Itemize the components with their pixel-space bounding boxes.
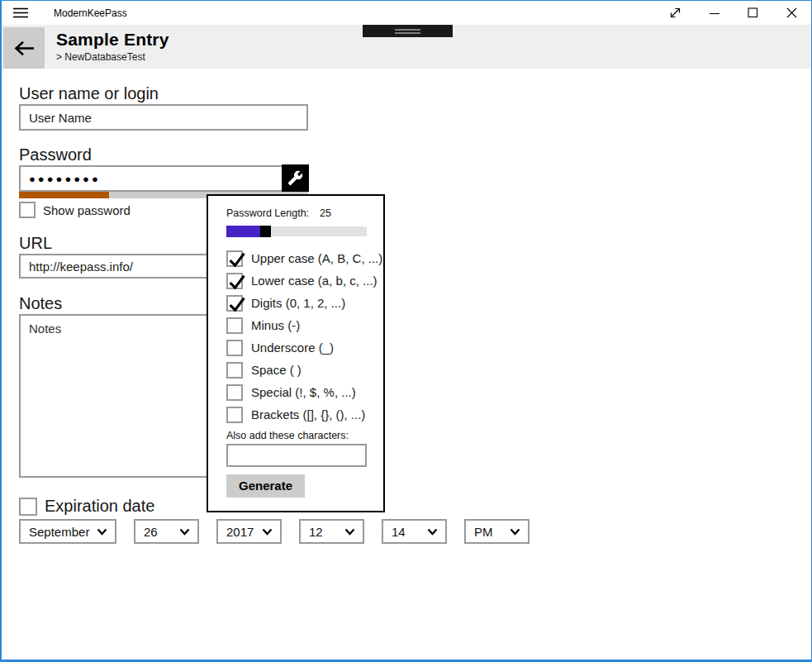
app-window: ModernKeePass xyxy=(0,0,812,662)
ampm-value: PM xyxy=(474,525,493,539)
year-value: 2017 xyxy=(226,525,254,539)
grip-line-icon xyxy=(395,29,420,31)
password-length-slider[interactable] xyxy=(226,226,367,237)
space-label: Space ( ) xyxy=(251,363,302,377)
digits-label: Digits (0, 1, 2, ...) xyxy=(251,296,345,310)
fullscreen-button[interactable] xyxy=(656,1,695,25)
window-controls xyxy=(656,1,811,25)
hamburger-icon xyxy=(13,7,28,18)
minus-label: Minus (-) xyxy=(251,318,300,332)
password-generator-button[interactable] xyxy=(282,164,309,192)
year-dropdown[interactable]: 2017 xyxy=(216,519,282,544)
password-input[interactable] xyxy=(19,165,308,192)
expiration-row[interactable]: Expiration date xyxy=(19,497,811,516)
slider-track xyxy=(271,226,367,236)
username-label: User name or login xyxy=(19,83,811,104)
minute-value: 14 xyxy=(392,525,406,539)
generate-button[interactable]: Generate xyxy=(226,474,305,498)
month-dropdown[interactable]: September xyxy=(19,519,116,544)
close-button[interactable] xyxy=(772,1,811,25)
lowercase-label: Lower case (a, b, c, ...) xyxy=(251,274,378,288)
character-options: Upper case (A, B, C, ...) Lower case (a,… xyxy=(226,247,383,426)
show-password-label: Show password xyxy=(43,203,131,217)
breadcrumb: > NewDatabaseTest xyxy=(56,51,169,63)
back-button[interactable] xyxy=(3,27,45,69)
lowercase-checkbox[interactable] xyxy=(226,273,243,289)
notes-label: Notes xyxy=(19,293,811,314)
checkmark-icon xyxy=(227,250,247,269)
show-password-row[interactable]: Show password xyxy=(19,202,811,218)
brackets-checkbox[interactable] xyxy=(226,407,243,423)
option-digits[interactable]: Digits (0, 1, 2, ...) xyxy=(226,292,383,314)
hour-value: 12 xyxy=(309,525,323,539)
minimize-button[interactable] xyxy=(695,1,734,25)
also-add-label: Also add these characters: xyxy=(226,430,383,441)
checkmark-icon xyxy=(227,294,247,314)
special-label: Special (!, $, %, ...) xyxy=(251,385,356,399)
username-input[interactable] xyxy=(19,104,308,131)
hamburger-menu-button[interactable] xyxy=(2,1,40,25)
close-icon xyxy=(786,7,797,18)
slider-thumb[interactable] xyxy=(260,226,271,237)
password-strength-fill xyxy=(19,192,109,198)
minimize-icon xyxy=(710,8,719,18)
maximize-button[interactable] xyxy=(734,1,772,25)
url-label: URL xyxy=(19,232,811,254)
ampm-dropdown[interactable]: PM xyxy=(464,519,529,544)
option-special[interactable]: Special (!, $, %, ...) xyxy=(226,381,383,403)
expiration-checkbox[interactable] xyxy=(19,498,37,516)
password-length-value: 25 xyxy=(320,207,331,219)
wrench-icon xyxy=(287,170,303,186)
space-checkbox[interactable] xyxy=(226,362,243,379)
option-uppercase[interactable]: Upper case (A, B, C, ...) xyxy=(226,247,383,269)
commandbar-grip[interactable] xyxy=(363,25,453,37)
password-generator-flyout: Password Length: 25 Upper case (A, B, C,… xyxy=(207,194,385,512)
digits-checkbox[interactable] xyxy=(226,295,243,312)
minute-dropdown[interactable]: 14 xyxy=(382,519,447,544)
page-title: Sample Entry xyxy=(56,30,169,50)
chevron-down-icon xyxy=(179,528,190,536)
checkmark-icon xyxy=(227,272,247,292)
chevron-down-icon xyxy=(97,528,107,536)
option-brackets[interactable]: Brackets ([], {}, (), ...) xyxy=(226,403,383,426)
underscore-label: Underscore (_) xyxy=(251,341,334,355)
expiration-label: Expiration date xyxy=(45,497,154,516)
fullscreen-icon xyxy=(668,6,682,20)
day-value: 26 xyxy=(144,525,158,539)
uppercase-checkbox[interactable] xyxy=(226,250,243,267)
chevron-down-icon xyxy=(510,528,520,536)
underscore-checkbox[interactable] xyxy=(226,340,243,356)
minus-checkbox[interactable] xyxy=(226,317,243,334)
app-title: ModernKeePass xyxy=(54,7,127,19)
titlebar: ModernKeePass xyxy=(2,1,811,25)
chevron-down-icon xyxy=(262,528,273,536)
option-minus[interactable]: Minus (-) xyxy=(226,314,383,336)
password-field xyxy=(19,165,308,192)
chevron-down-icon xyxy=(427,528,438,536)
option-lowercase[interactable]: Lower case (a, b, c, ...) xyxy=(226,269,383,292)
expiration-date-pickers: September 26 2017 12 14 PM xyxy=(19,519,811,544)
maximize-icon xyxy=(748,7,758,18)
month-value: September xyxy=(29,525,89,539)
day-dropdown[interactable]: 26 xyxy=(134,519,199,544)
also-add-input[interactable] xyxy=(226,444,367,467)
show-password-checkbox[interactable] xyxy=(19,202,36,218)
hour-dropdown[interactable]: 12 xyxy=(299,519,364,544)
option-underscore[interactable]: Underscore (_) xyxy=(226,336,383,359)
slider-fill xyxy=(226,226,260,237)
option-space[interactable]: Space ( ) xyxy=(226,359,383,381)
header-text: Sample Entry > NewDatabaseTest xyxy=(56,30,169,63)
password-length-row: Password Length: 25 xyxy=(226,207,383,219)
password-length-label: Password Length: xyxy=(226,207,309,219)
chevron-down-icon xyxy=(344,528,355,536)
uppercase-label: Upper case (A, B, C, ...) xyxy=(251,251,382,265)
back-arrow-icon xyxy=(13,40,36,56)
grip-line-icon xyxy=(395,32,420,34)
entry-form: User name or login Password Show p xyxy=(2,69,811,660)
special-checkbox[interactable] xyxy=(226,384,243,401)
password-label: Password xyxy=(19,144,811,165)
brackets-label: Brackets ([], {}, (), ...) xyxy=(251,407,365,421)
